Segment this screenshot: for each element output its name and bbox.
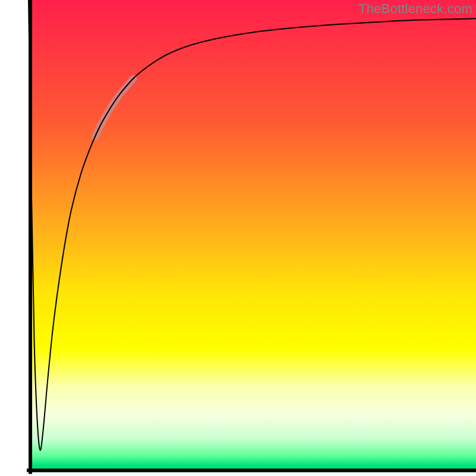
chart-background	[29, 0, 476, 472]
chart-svg	[0, 0, 476, 476]
chart-container: TheBottleneck.com	[0, 0, 476, 476]
watermark-text: TheBottleneck.com	[358, 1, 472, 17]
